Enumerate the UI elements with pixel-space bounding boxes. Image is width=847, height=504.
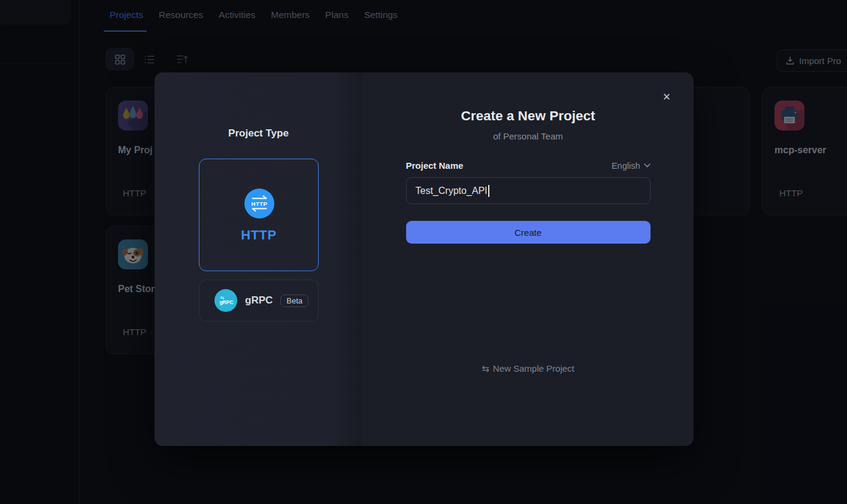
sample-link-label: New Sample Project <box>493 363 574 374</box>
create-project-modal: Project Type HTTP HTTP <box>155 72 694 446</box>
http-icon: HTTP <box>244 189 274 218</box>
language-dropdown[interactable]: English <box>612 161 651 171</box>
create-project-form: Project Name English Test_Crypto_API Cre… <box>406 160 651 244</box>
modal-subtitle: of Personal Team <box>362 131 694 141</box>
swap-icon: ⇆ <box>482 363 489 374</box>
chevron-down-icon <box>644 163 651 168</box>
grpc-icon: ⇆ gRPC <box>214 289 237 312</box>
http-option-label: HTTP <box>199 227 318 243</box>
create-button[interactable]: Create <box>406 221 651 244</box>
project-type-option-grpc[interactable]: ⇆ gRPC gRPC Beta <box>199 280 319 321</box>
project-type-option-http[interactable]: HTTP HTTP <box>199 159 319 271</box>
project-name-value: Test_Crypto_API <box>416 186 488 196</box>
new-sample-project-link[interactable]: ⇆New Sample Project <box>362 363 694 374</box>
beta-badge: Beta <box>280 294 308 307</box>
modal-title: Create a New Project <box>362 108 694 124</box>
close-icon[interactable]: × <box>658 88 676 106</box>
language-value: English <box>612 161 640 171</box>
project-type-panel: Project Type HTTP HTTP <box>155 72 362 446</box>
project-name-label: Project Name <box>406 160 464 171</box>
grpc-option-label: gRPC <box>245 294 273 306</box>
project-type-heading: Project Type <box>155 127 362 139</box>
svg-text:gRPC: gRPC <box>219 299 233 305</box>
create-project-panel: × Create a New Project of Personal Team … <box>362 72 694 446</box>
text-caret <box>488 185 489 197</box>
project-name-input[interactable]: Test_Crypto_API <box>406 177 651 204</box>
svg-text:HTTP: HTTP <box>252 201 268 207</box>
app-window: Projects Resources Activities Members Pl… <box>0 0 847 504</box>
